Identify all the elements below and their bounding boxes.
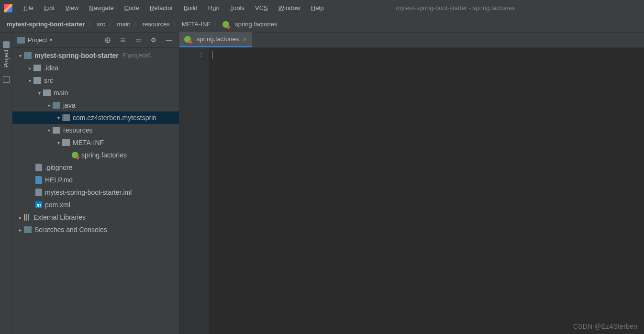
spring-icon <box>184 36 191 43</box>
menu-help[interactable]: Help <box>307 2 328 13</box>
menu-edit[interactable]: Edit <box>40 2 59 13</box>
chevron-down-icon: ▾ <box>45 103 53 108</box>
tree-package[interactable]: ▾ com.ez4sterben.mytestsprin <box>12 111 179 124</box>
crumb-resources[interactable]: resources <box>143 21 170 28</box>
panel-header: Project ▾ ⚙ — <box>12 33 179 48</box>
project-panel: Project ▾ ⚙ — ▾ mytest-spring-boot-start… <box>12 33 179 334</box>
tree-main[interactable]: ▾ main <box>12 87 179 99</box>
tree-label: resources <box>63 126 92 134</box>
crumb-main[interactable]: main <box>117 21 131 28</box>
menu-view[interactable]: View <box>61 2 83 13</box>
module-icon <box>24 52 32 59</box>
tree-resources[interactable]: ▾ resources <box>12 124 179 136</box>
hide-panel-icon[interactable]: — <box>164 35 174 45</box>
crumb-leaf[interactable]: spring.factories <box>235 21 277 28</box>
chevron-down-icon: ▾ <box>16 53 24 58</box>
tree-path: F:\projects\ <box>122 52 151 59</box>
chevron-down-icon: ▾ <box>26 78 33 83</box>
tree-pom[interactable]: m pom.xml <box>12 199 179 211</box>
app-logo-icon <box>4 4 12 12</box>
crumb-metainf[interactable]: META-INF <box>182 21 211 28</box>
menu-code[interactable]: Code <box>120 2 144 13</box>
gear-icon[interactable]: ⚙ <box>148 35 159 45</box>
panel-title-dropdown[interactable]: Project ▾ <box>17 36 52 44</box>
tree-label: pom.xml <box>45 201 70 209</box>
chevron-down-icon: ▾ <box>35 90 43 96</box>
main-area: Project Project ▾ ⚙ — ▾ mytest-spring-bo… <box>0 33 644 334</box>
chevron-right-icon: ▸ <box>16 227 24 233</box>
spring-icon <box>72 152 78 158</box>
folder-icon <box>33 65 41 71</box>
maven-file-icon: m <box>35 201 42 208</box>
close-icon[interactable]: × <box>242 35 247 43</box>
tree-label: spring.factories <box>81 151 127 159</box>
watermark: CSDN @Ez4Sterben <box>573 323 637 330</box>
project-view-icon <box>17 37 25 44</box>
chevron-right-icon: 〉 <box>213 20 220 29</box>
chevron-down-icon: ▾ <box>55 140 62 145</box>
menu-file[interactable]: File <box>19 2 38 13</box>
tree-gitignore[interactable]: .gitignore <box>12 161 179 174</box>
tree-external-libraries[interactable]: ▸ External Libraries <box>12 211 179 223</box>
menubar: File Edit View Navigate Code Refactor Bu… <box>0 0 644 16</box>
line-gutter: 1 <box>179 48 209 334</box>
spring-icon <box>222 21 229 28</box>
tab-spring-factories[interactable]: spring.factories × <box>179 32 252 47</box>
select-opened-file-icon[interactable] <box>102 35 113 45</box>
chevron-right-icon: 〉 <box>88 20 94 29</box>
tool-window-project[interactable]: Project <box>3 41 10 67</box>
menu-navigate[interactable]: Navigate <box>85 2 118 13</box>
editor-tabs: spring.factories × <box>179 33 644 48</box>
expand-all-icon[interactable] <box>118 35 128 45</box>
folder-icon <box>33 77 41 84</box>
tree-label: .idea <box>44 64 58 72</box>
chevron-down-icon: ▾ <box>45 128 53 133</box>
tree-label: External Libraries <box>33 213 86 221</box>
tree-label: mytest-spring-boot-starter <box>34 52 119 59</box>
menu-tools[interactable]: Tools <box>226 2 249 13</box>
menu-window[interactable]: Window <box>274 2 305 13</box>
tree-label: Scratches and Consoles <box>34 226 107 234</box>
code-area[interactable] <box>209 48 644 334</box>
tree-idea[interactable]: ▸ .idea <box>12 62 179 74</box>
tree-metainf[interactable]: ▾ META-INF <box>12 136 179 149</box>
crumb-src[interactable]: src <box>97 21 105 28</box>
tree-root[interactable]: ▾ mytest-spring-boot-starter F:\projects… <box>12 49 179 62</box>
tree-java[interactable]: ▾ java <box>12 99 179 111</box>
menu-refactor[interactable]: Refactor <box>145 2 178 13</box>
menu-vcs[interactable]: VCS <box>251 2 272 13</box>
tree-scratches[interactable]: ▸ Scratches and Consoles <box>12 223 179 236</box>
bookmark-icon[interactable] <box>3 76 10 83</box>
tree-label: src <box>44 77 53 84</box>
chevron-right-icon: ▸ <box>16 215 24 220</box>
project-tree: ▾ mytest-spring-boot-starter F:\projects… <box>12 48 179 334</box>
chevron-right-icon: ▸ <box>26 66 33 71</box>
chevron-right-icon: 〉 <box>133 20 140 29</box>
libraries-icon <box>24 214 31 221</box>
tree-label: HELP.md <box>45 176 73 184</box>
menu-build[interactable]: Build <box>179 2 202 13</box>
tree-label: main <box>54 89 68 97</box>
collapse-all-icon[interactable] <box>133 35 144 45</box>
scratches-icon <box>24 226 32 233</box>
tree-helpmd[interactable]: HELP.md <box>12 174 179 186</box>
menu-run[interactable]: Run <box>204 2 224 13</box>
tree-label: java <box>63 101 76 109</box>
window-title: mytest-spring-boot-starter - spring.fact… <box>330 4 581 11</box>
tree-factories[interactable]: spring.factories <box>12 149 179 161</box>
chevron-right-icon: 〉 <box>173 20 179 29</box>
project-icon <box>3 41 10 48</box>
tree-iml[interactable]: mytest-spring-boot-starter.iml <box>12 186 179 199</box>
crumb-root[interactable]: mytest-spring-boot-starter <box>7 21 85 28</box>
editor-body: 1 <box>179 48 644 334</box>
tab-label: spring.factories <box>197 35 239 43</box>
tree-src[interactable]: ▾ src <box>12 74 179 87</box>
line-number: 1 <box>179 51 203 58</box>
breadcrumb: mytest-spring-boot-starter 〉 src 〉 main … <box>0 16 644 33</box>
package-icon <box>62 114 70 121</box>
chevron-down-icon: ▾ <box>55 115 62 121</box>
source-folder-icon <box>53 102 60 109</box>
chevron-down-icon: ▾ <box>50 37 52 43</box>
caret <box>212 51 212 59</box>
resources-folder-icon <box>53 127 60 134</box>
